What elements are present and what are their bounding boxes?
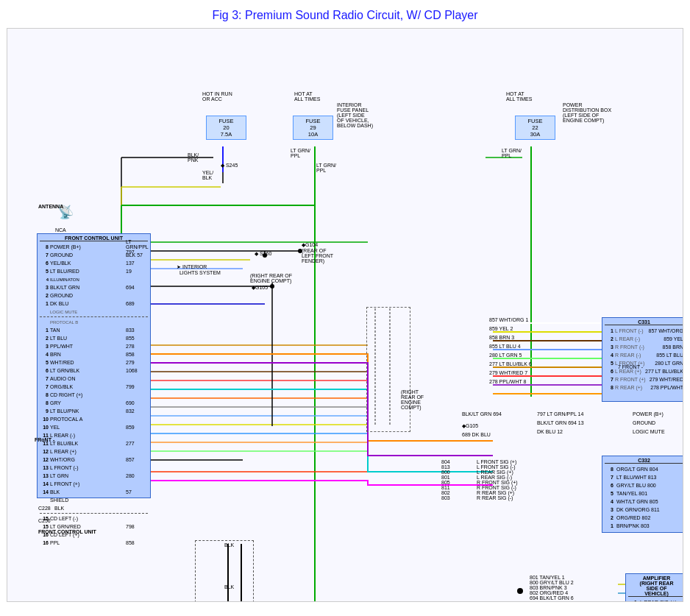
lt-grn-ppl-label2: LT GRN/PPL — [316, 163, 336, 173]
front-label: FRONT CONTROL UNIT — [38, 529, 96, 534]
wire-279: 279 WHT/RED 7 — [489, 370, 527, 375]
center-connector-dashed — [366, 307, 410, 432]
blk-pnk-label: BLK/PNK — [188, 152, 199, 163]
fuse-box-3: FUSE2230A — [515, 116, 555, 140]
right-rear-label: (RIGHT REAR OFENGINE COMPT) — [250, 273, 292, 283]
blk-lt-grn-label: BLK/LT GRN 694 — [462, 411, 502, 417]
wire-nums-c332: 804813800801805811802803 — [441, 459, 450, 500]
797-lt-grn: 797 LT GRN/PPL 14 — [537, 411, 583, 417]
interior-fuse-label: INTERIORFUSE PANEL(LEFT SIDEOF VEHICLE,B… — [337, 102, 373, 128]
694-blk-lt-grn: BLK/LT GRN 694 13 — [537, 420, 584, 425]
hot-all-times-label-1: HOT ATALL TIMES — [294, 91, 320, 102]
amplifier-box: AMPLIFIER(RIGHT REARSIDE OFVEHICLE) 1L R… — [625, 573, 683, 602]
wire-280: 280 LT GRN 5 — [489, 353, 522, 358]
g105-right-label: ◆G105 — [462, 423, 478, 429]
fuse-box-2: FUSE2910A — [293, 116, 333, 140]
right-rear-engine-label: (RIGHTREAR OFENGINECOMPT) — [401, 389, 424, 410]
power-b-plus-right: POWER (B+) — [633, 411, 664, 417]
wire-859: 859 YEL 2 — [489, 326, 513, 331]
wire-278: 278 PPL/WHT 8 — [489, 379, 526, 384]
c228-label: C228 — [38, 506, 51, 511]
sig-labels: L FRONT SIG (+)L FRONT SIG (-)L REAR SIG… — [477, 459, 518, 500]
yel-blk-label: YEL/BLK — [202, 170, 213, 180]
bottom-wire-labels: 801 TAN/YEL 1800 GRY/LT BLU 2803 BRN/PNK… — [530, 575, 574, 601]
dk-blu-label: 689 DK BLU — [462, 432, 491, 437]
nca-label: NCA — [55, 227, 66, 233]
s245-label: ◆ S245 — [221, 163, 238, 169]
wire-857: 857 WHT/ORG 1 — [489, 317, 528, 322]
wire-855: 855 LT BLU 4 — [489, 344, 521, 349]
front-control-unit-box: FRONT CONTROL UNIT 8POWER (B+)LT GRN/PPL… — [37, 233, 151, 498]
wire-858: 858 BRN 3 — [489, 335, 514, 340]
front-minus-label: FRoNT - — [35, 437, 54, 442]
7-front-label: 7 FRONT - — [618, 364, 643, 369]
fuse-box-1: FUSE207.5A — [206, 116, 246, 140]
antenna-label: ANTENNA — [38, 204, 63, 209]
hot-all-times-label-2: HOT ATALL TIMES — [506, 91, 532, 102]
s260-label: ◆ S260 — [255, 251, 271, 257]
ground-right: GROUND — [633, 420, 655, 425]
wire-277: 277 LT BLU/BLK 6 — [489, 361, 532, 367]
diagram-container: HOT IN RUNOR ACC FUSE207.5A HOT ATALL TI… — [7, 28, 683, 602]
interior-lights-label: ➤ INTERIOR LIGHTS SYSTEM — [177, 264, 221, 275]
junction-dot-1 — [517, 588, 523, 594]
power-dist-label: POWERDISTRIBUTION BOX(LEFT SIDE OFENGINE… — [563, 102, 611, 123]
hot-run-label: HOT IN RUNOR ACC — [202, 91, 232, 102]
c331-box: C331 1L FRONT (-)857 WHT/ORG 2L REAR (-)… — [602, 317, 683, 402]
page-title: Fig 3: Premium Sound Radio Circuit, W/ C… — [0, 0, 690, 28]
g104-label: ◆G104(REAR OFLEFT FRONTFENDER) — [302, 242, 333, 263]
lt-grn-ppl-label1: LT GRN/PPL — [291, 148, 310, 158]
c332-box: C332 8ORG/LT GRN 804 7LT BLU/WHT 813 6GR… — [602, 456, 683, 533]
c256-label: C256 — [38, 518, 51, 523]
lt-grn-ppl-label3: LT GRN/PPL — [502, 148, 522, 158]
blk-wire-dashed-box — [195, 540, 254, 602]
689-dk-blu: DK BLU 12 — [537, 429, 563, 434]
g105-label: ◆G105 — [252, 285, 268, 291]
logic-mute-right: LOGIC MUTE — [633, 429, 665, 434]
